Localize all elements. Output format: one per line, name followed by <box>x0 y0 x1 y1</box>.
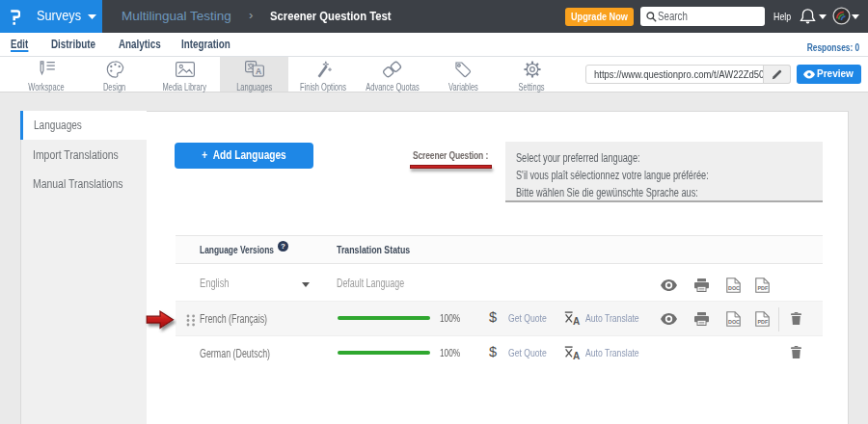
svg-text:A: A <box>573 316 580 325</box>
svg-text:PDF: PDF <box>757 285 768 291</box>
svg-text:A: A <box>255 66 260 76</box>
svg-text:DOC: DOC <box>728 319 740 325</box>
svg-text:DOC: DOC <box>728 285 740 291</box>
svg-text:A: A <box>573 351 580 359</box>
svg-text:PDF: PDF <box>757 319 768 325</box>
